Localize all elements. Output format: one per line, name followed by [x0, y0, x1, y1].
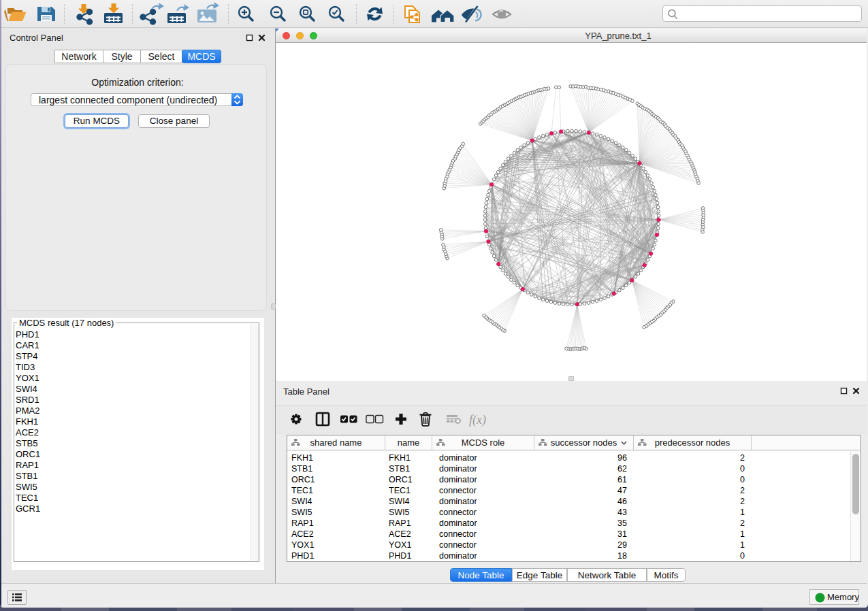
svg-text:f(x): f(x) [469, 413, 486, 427]
